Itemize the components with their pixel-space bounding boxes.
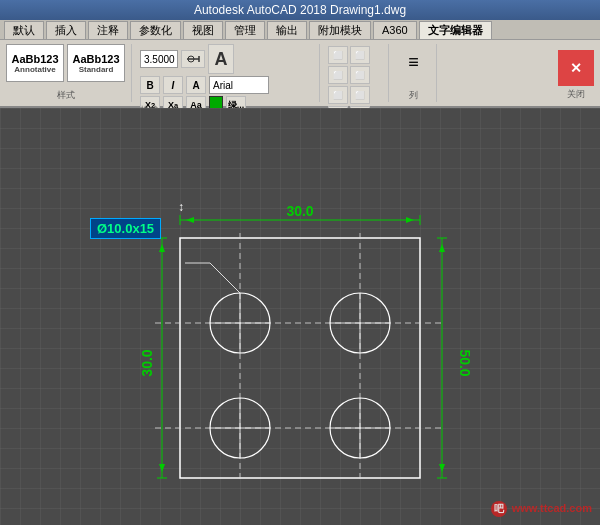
annotate-a-btn[interactable]: A [208,44,234,74]
columns-icon: ≡ [408,52,419,73]
format-row-1: 3.5000 A [140,44,269,74]
columns-section: ≡ 列 [397,44,437,102]
style-annotative-text: AaBb123 [11,53,58,65]
style-boxes: AaBb123 Annotative AaBb123 Standard [6,44,125,82]
align-tc-btn[interactable]: ⬜ [350,46,370,64]
tab-view[interactable]: 视图 [183,21,223,39]
align-tl-btn[interactable]: ⬜ [328,46,348,64]
align-mc-btn[interactable]: ⬜ [328,86,348,104]
font-value: Arial [213,80,233,91]
annotate-a-icon: A [215,49,228,70]
style-standard[interactable]: AaBb123 Standard [67,44,125,82]
bold-btn[interactable]: B [140,76,160,94]
tab-insert[interactable]: 插入 [46,21,86,39]
tab-a360[interactable]: A360 [373,21,417,39]
arrow-indicator: ↕ [178,200,184,214]
style-section-label: 样式 [57,87,75,102]
format-section: 3.5000 A B I A [140,44,320,102]
svg-text:30.0: 30.0 [139,349,155,376]
close-label: 关闭 [567,88,585,101]
tab-parametric[interactable]: 参数化 [130,21,181,39]
italic-btn[interactable]: I [163,76,183,94]
bold-icon: B [146,80,153,91]
text-size-value: 3.5000 [144,54,175,65]
ribbon-tabs: 默认 插入 注释 参数化 视图 管理 输出 附加模块 A360 文字编辑器 [0,20,600,40]
align-ml-btn[interactable]: ⬜ [350,66,370,84]
italic-icon: I [172,80,175,91]
watermark-text: www.ttcad.com [512,502,592,514]
tab-default[interactable]: 默认 [4,21,44,39]
text-size-dropdown[interactable]: 3.5000 [140,50,178,68]
canvas-area[interactable]: Ø10.0x15 ↕ 30.0 30.0 [0,108,600,525]
ribbon-content: AaBb123 Annotative AaBb123 Standard 样式 3… [0,40,600,106]
style-standard-text: AaBb123 [72,53,119,65]
style-annotative-label: Annotative [14,65,55,74]
svg-rect-1 [0,108,600,525]
svg-text:50.0: 50.0 [457,349,473,376]
drawing-svg: 30.0 30.0 50.0 [0,108,600,525]
tab-annotate[interactable]: 注释 [88,21,128,39]
dimension-tooltip: Ø10.0x15 [90,218,161,239]
tab-text-editor[interactable]: 文字编辑器 [419,21,492,39]
tooltip-text: Ø10.0x15 [97,221,154,236]
columns-label: 列 [409,87,418,102]
align-tr-btn[interactable]: ⬜ [328,66,348,84]
style-standard-label: Standard [79,65,114,74]
svg-text:30.0: 30.0 [286,203,313,219]
format-row-2: B I A Arial [140,76,269,94]
match-btn[interactable] [181,50,205,68]
annotate-btn[interactable]: A [186,76,206,94]
title-bar: Autodesk AutoCAD 2018 Drawing1.dwg [0,0,600,20]
close-section: ✕ 关闭 [558,46,594,101]
style-section: AaBb123 Annotative AaBb123 Standard 样式 [6,44,132,102]
match-icon [185,52,201,66]
style-annotative[interactable]: AaBb123 Annotative [6,44,64,82]
watermark-icon: 吧 [491,501,507,517]
close-btn[interactable]: ✕ [558,50,594,86]
format-group: 3.5000 A B I A [140,44,269,102]
ribbon: 默认 插入 注释 参数化 视图 管理 输出 附加模块 A360 文字编辑器 Aa… [0,20,600,108]
font-dropdown[interactable]: Arial [209,76,269,94]
tab-manage[interactable]: 管理 [225,21,265,39]
align-mr-btn[interactable]: ⬜ [350,86,370,104]
title-text: Autodesk AutoCAD 2018 Drawing1.dwg [194,3,406,17]
tab-addons[interactable]: 附加模块 [309,21,371,39]
tab-output[interactable]: 输出 [267,21,307,39]
alignment-section: ⬜ ⬜ ⬜ ⬜ ⬜ ⬜ ⬜ ⬜ ⬜ 对齐 [328,44,389,102]
watermark: 吧 www.ttcad.com [491,501,592,517]
